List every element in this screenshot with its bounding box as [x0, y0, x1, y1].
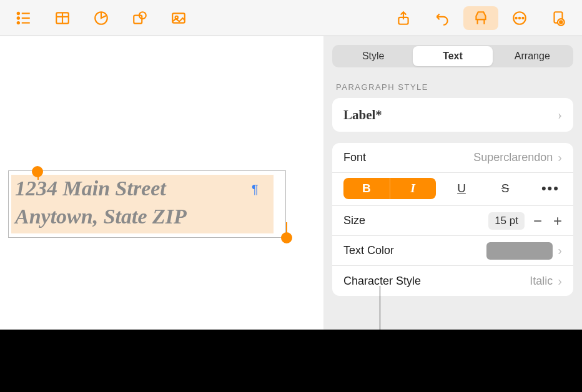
more-button[interactable] — [502, 6, 537, 30]
selection-start-handle[interactable] — [32, 166, 43, 177]
strikethrough-button[interactable]: S — [487, 178, 523, 199]
svg-rect-10 — [134, 15, 142, 23]
chevron-right-icon: › — [558, 243, 562, 258]
bold-italic-group: B I — [343, 178, 436, 199]
font-label: Font — [343, 151, 366, 164]
underline-button[interactable]: U — [443, 178, 480, 199]
svg-point-21 — [560, 21, 562, 23]
character-style-row[interactable]: Character Style Italic › — [332, 266, 573, 296]
paragraph-style-selector[interactable]: Label* › — [332, 98, 573, 132]
toolbar — [0, 0, 582, 36]
outline-view-button[interactable] — [6, 6, 41, 30]
insert-table-button[interactable] — [45, 6, 80, 30]
address-line-2[interactable]: Anytown, State ZIP — [15, 205, 187, 228]
paragraph-style-value: Label* — [343, 107, 382, 123]
chevron-right-icon: › — [558, 274, 562, 288]
chevron-right-icon: › — [558, 108, 562, 122]
chevron-right-icon: › — [558, 150, 562, 165]
svg-point-4 — [17, 21, 19, 23]
size-value[interactable]: 15 pt — [488, 212, 525, 230]
format-inspector: Style Text Arrange PARAGRAPH STYLE Label… — [323, 36, 582, 330]
size-decrease-button[interactable]: − — [533, 212, 542, 230]
svg-point-18 — [522, 17, 523, 18]
character-style-value: Italic — [530, 275, 553, 288]
document-canvas[interactable]: 1234 Main Street ¶ Anytown, State ZIP — [0, 36, 323, 330]
address-line-1[interactable]: 1234 Main Street — [15, 177, 166, 200]
size-increase-button[interactable]: + — [553, 212, 562, 230]
size-label: Size — [343, 214, 365, 227]
font-row[interactable]: Font Superclarendon › — [332, 143, 573, 173]
undo-button[interactable] — [425, 6, 460, 30]
svg-point-0 — [17, 12, 19, 14]
character-style-label: Character Style — [343, 275, 421, 288]
svg-point-16 — [516, 17, 517, 18]
size-row: Size 15 pt − + — [332, 206, 573, 236]
paragraph-style-section-label: PARAGRAPH STYLE — [332, 82, 573, 92]
bold-button[interactable]: B — [343, 178, 390, 199]
font-value: Superclarendon — [473, 151, 553, 164]
svg-point-17 — [519, 17, 520, 18]
insert-chart-button[interactable] — [84, 6, 119, 30]
text-color-swatch[interactable] — [486, 242, 553, 260]
share-button[interactable] — [386, 6, 421, 30]
more-text-options-button[interactable]: ••• — [541, 180, 562, 197]
tab-arrange[interactable]: Arrange — [493, 46, 572, 66]
text-color-row[interactable]: Text Color › — [332, 236, 573, 266]
inspector-tabs: Style Text Arrange — [332, 45, 573, 67]
tab-style[interactable]: Style — [333, 46, 413, 66]
paragraph-mark-icon: ¶ — [252, 182, 259, 197]
text-color-label: Text Color — [343, 244, 394, 257]
selection-end-handle[interactable] — [281, 232, 292, 243]
insert-media-button[interactable] — [161, 6, 196, 30]
italic-button[interactable]: I — [390, 178, 436, 199]
tab-text[interactable]: Text — [413, 46, 492, 66]
svg-point-2 — [17, 17, 19, 19]
format-brush-button[interactable] — [463, 6, 498, 30]
insert-shape-button[interactable] — [122, 6, 157, 30]
document-settings-button[interactable] — [541, 6, 576, 30]
footer-black-bar — [0, 330, 582, 392]
